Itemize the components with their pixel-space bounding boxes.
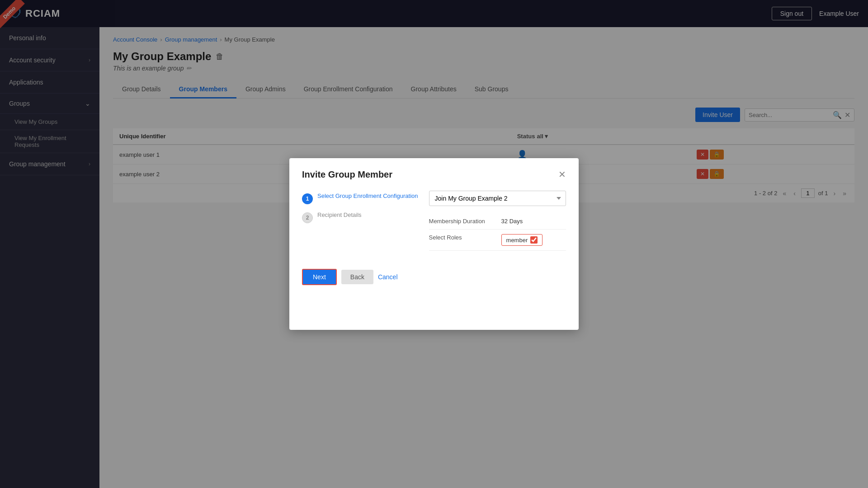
cancel-button[interactable]: Cancel [378,273,398,281]
step-2: 2 Recipient Details [302,211,418,223]
modal-header: Invite Group Member ✕ [302,169,566,180]
enrollment-config-select[interactable]: Join My Group Example 2 Join My Group Ex… [429,191,566,206]
invite-group-member-modal: Invite Group Member ✕ 1 Select Group Enr… [289,158,579,330]
step-label-2: Recipient Details [317,211,362,218]
stepper: 1 Select Group Enrollment Configuration … [302,191,418,251]
select-roles-row: Select Roles member [429,230,566,251]
role-chip-member: member [501,234,543,246]
modal-content-area: Join My Group Example 2 Join My Group Ex… [429,191,566,251]
modal-close-button[interactable]: ✕ [558,169,566,180]
modal-title: Invite Group Member [302,169,392,180]
step-circle-1: 1 [302,193,313,204]
next-button[interactable]: Next [302,269,337,285]
membership-duration-label: Membership Duration [429,218,492,225]
modal-overlay: Invite Group Member ✕ 1 Select Group Enr… [0,0,868,488]
back-button[interactable]: Back [341,270,373,284]
step-1: 1 Select Group Enrollment Configuration [302,192,418,204]
membership-duration-value: 32 Days [501,218,523,225]
membership-duration-row: Membership Duration 32 Days [429,213,566,230]
modal-body: 1 Select Group Enrollment Configuration … [302,191,566,251]
select-roles-label: Select Roles [429,234,492,241]
roles-area: member [501,234,543,246]
step-label-1: Select Group Enrollment Configuration [317,192,418,199]
modal-footer: Next Back Cancel [302,262,566,285]
step-circle-2: 2 [302,212,313,223]
role-chip-member-label: member [506,237,528,244]
role-checkbox-member[interactable] [530,236,538,244]
